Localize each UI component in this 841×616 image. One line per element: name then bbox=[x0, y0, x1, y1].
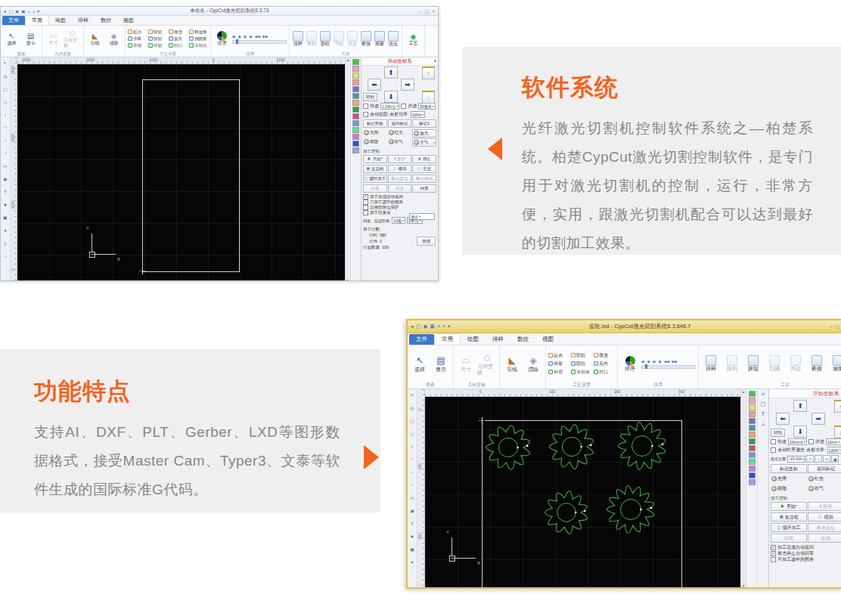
process-button[interactable]: 前进 bbox=[388, 184, 412, 193]
craft-setting-item[interactable]: 停靠 bbox=[548, 361, 569, 367]
craft-setting-item[interactable]: 反向 bbox=[594, 361, 615, 367]
panel-checkbox[interactable]: 启用软限位保护 bbox=[363, 205, 436, 210]
craft-setting-item[interactable]: 阳切 bbox=[571, 352, 592, 359]
draw-tool-icon[interactable]: T bbox=[4, 186, 7, 199]
window-control-button[interactable]: – bbox=[830, 324, 832, 329]
manage-button[interactable]: 管理 bbox=[417, 237, 436, 246]
sort-slider[interactable] bbox=[641, 365, 696, 369]
quick-access-icon[interactable]: « bbox=[437, 324, 440, 329]
ribbon-tool-button[interactable]: 测量 bbox=[374, 31, 386, 47]
draw-tool-icon[interactable]: ♦ bbox=[4, 224, 6, 237]
mark-button[interactable]: 标记坐标 bbox=[363, 119, 387, 128]
ribbon-tool-button[interactable]: 阵列 bbox=[722, 355, 742, 372]
draw-tool-icon[interactable]: ▯ bbox=[4, 237, 6, 250]
display-button[interactable]: ▤显示 bbox=[22, 32, 39, 46]
jog-down-button[interactable]: ⬇ bbox=[384, 91, 398, 103]
canvas-scrollbar[interactable]: ▲▼ bbox=[740, 389, 746, 588]
process-button[interactable]: 断点定位 bbox=[388, 175, 412, 183]
quick-access-icon[interactable]: ◆ bbox=[15, 9, 19, 14]
panel-checkbox[interactable]: 加工完成自动返回 bbox=[771, 544, 841, 550]
craft-setting-item[interactable]: 冷却点 bbox=[571, 369, 592, 376]
palette-color[interactable] bbox=[749, 452, 756, 458]
ribbon-tool-button[interactable]: 优化 bbox=[387, 31, 399, 47]
ribbon-tool-button[interactable]: 扫描 bbox=[765, 355, 784, 372]
palette-color[interactable] bbox=[352, 134, 359, 140]
burst-power-select[interactable]: 100% bbox=[827, 447, 841, 453]
craft-setting-item[interactable]: 补偿 bbox=[548, 369, 569, 376]
mark-button[interactable]: 标记1 bbox=[412, 119, 436, 128]
window-control-button[interactable]: ▢ bbox=[425, 9, 430, 14]
panel-checkbox[interactable]: 加工完成自动返回 bbox=[363, 194, 436, 200]
palette-color[interactable] bbox=[749, 466, 756, 472]
palette-color[interactable] bbox=[749, 432, 756, 438]
draw-tool-icon[interactable]: ◇ bbox=[4, 96, 8, 109]
draw-tool-icon[interactable]: ♦ bbox=[411, 556, 413, 569]
jog-left-button[interactable]: ⬅ bbox=[368, 79, 381, 91]
craft-setting-item[interactable]: 释放角 bbox=[189, 29, 208, 35]
transform-button[interactable]: ◇几何变换 bbox=[64, 29, 81, 48]
step-size-select[interactable]: 10mm bbox=[826, 438, 841, 445]
io-indicator[interactable]: 吹气 bbox=[808, 484, 841, 492]
craft-button[interactable]: ◈工艺 bbox=[405, 32, 422, 46]
process-button[interactable]: 模拟 bbox=[388, 165, 412, 173]
palette-color[interactable] bbox=[749, 438, 756, 444]
draw-tool-icon[interactable]: ↖ bbox=[3, 57, 7, 70]
palette-color[interactable] bbox=[749, 459, 756, 465]
craft-setting-item[interactable]: 停靠 bbox=[128, 36, 147, 42]
palette-color[interactable] bbox=[352, 120, 359, 126]
io-indicator[interactable]: 光闸 bbox=[363, 129, 387, 136]
palette-color[interactable] bbox=[749, 411, 756, 417]
palette-color[interactable] bbox=[352, 113, 359, 119]
goto-button[interactable]: 转到 bbox=[363, 93, 377, 101]
menu-tab[interactable]: 绘图 bbox=[49, 16, 72, 25]
craft-setting-item[interactable]: 封口 bbox=[169, 43, 188, 48]
io-indicator[interactable]: 空气 bbox=[412, 138, 436, 147]
draw-tool-icon[interactable]: ▣ bbox=[3, 212, 8, 224]
focus-position-select[interactable]: -15.000 bbox=[787, 456, 805, 463]
draw-tool-icon[interactable]: ○ bbox=[4, 135, 7, 147]
sort-button[interactable]: 排序 bbox=[620, 356, 640, 372]
process-button[interactable]: 停止 bbox=[412, 155, 436, 163]
quick-access-icon[interactable]: » bbox=[33, 9, 35, 14]
side-tool-icon[interactable]: ▢ bbox=[761, 401, 766, 407]
fast-speed-select[interactable]: 20mm/s bbox=[788, 438, 807, 445]
draw-tool-icon[interactable]: ▭ bbox=[3, 160, 8, 173]
palette-color[interactable] bbox=[749, 425, 756, 431]
draw-tool-icon[interactable]: ▢ bbox=[410, 415, 414, 428]
draw-tool-icon[interactable]: ◎ bbox=[3, 70, 7, 83]
quick-access-icon[interactable]: ▣ bbox=[21, 9, 26, 14]
menu-tab[interactable]: 视图 bbox=[535, 334, 560, 345]
menu-tab[interactable]: 排样 bbox=[486, 334, 510, 345]
leadline-button[interactable]: ◣引线 bbox=[86, 32, 104, 46]
sort-option-icon[interactable]: ◉ bbox=[237, 34, 241, 39]
jog-right-button[interactable]: ➡ bbox=[812, 413, 825, 425]
process-button[interactable]: 回零 bbox=[412, 184, 436, 193]
scroll-up-icon[interactable]: ▲ bbox=[742, 389, 746, 394]
sort-option-icon[interactable]: ◉ bbox=[653, 359, 656, 364]
draw-tool-icon[interactable]: ↖ bbox=[410, 389, 414, 402]
focus-adjust-button[interactable]: > bbox=[806, 455, 814, 463]
draw-tool-icon[interactable]: ○ bbox=[411, 466, 414, 479]
draw-tool-icon[interactable]: / bbox=[5, 109, 6, 122]
menu-tab[interactable]: 常用 bbox=[434, 333, 461, 345]
ribbon-tool-button[interactable]: 桥接 bbox=[807, 355, 827, 372]
sort-option-icon[interactable]: ▶▶ bbox=[262, 34, 268, 39]
craft-setting-item[interactable]: 阴切 bbox=[571, 361, 592, 367]
sort-option-icon[interactable]: ◉ bbox=[647, 359, 650, 364]
craft-setting-item[interactable]: 冷却点 bbox=[189, 43, 208, 48]
mark-button[interactable]: 标记坐标 bbox=[771, 464, 807, 473]
palette-color[interactable] bbox=[352, 141, 359, 147]
goto-button[interactable]: 转到 bbox=[771, 429, 785, 437]
io-indicator[interactable]: 红光 bbox=[808, 475, 841, 482]
sort-option-icon[interactable]: ◀◀ bbox=[664, 359, 670, 364]
scroll-up-icon[interactable]: ▲ bbox=[346, 57, 350, 62]
sort-option-icon[interactable]: ◉ bbox=[232, 34, 235, 39]
draw-tool-icon[interactable]: ◉ bbox=[3, 173, 7, 186]
io-indicator[interactable]: 跟随 bbox=[363, 138, 387, 145]
menu-tab[interactable]: 文件 bbox=[409, 334, 434, 345]
step-checkbox[interactable] bbox=[808, 439, 814, 444]
palette-color[interactable] bbox=[352, 73, 359, 79]
sort-option-icon[interactable]: ◉ bbox=[658, 359, 661, 364]
drawing-canvas[interactable]: Y X bbox=[17, 64, 345, 281]
mark-button[interactable]: 返回标记 bbox=[808, 464, 841, 473]
